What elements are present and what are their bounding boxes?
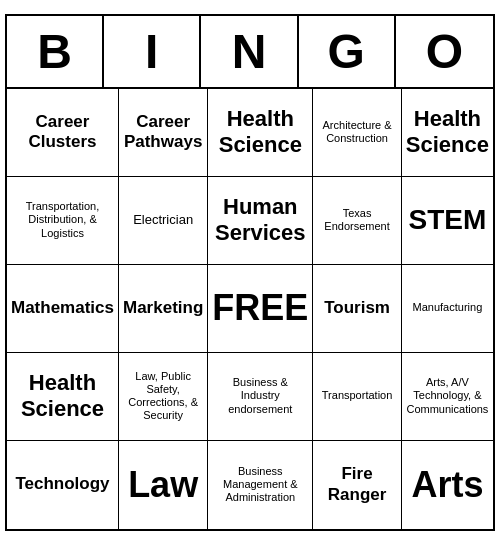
- bingo-cell-22[interactable]: Business Management & Administration: [208, 441, 313, 529]
- cell-text-0: Career Clusters: [11, 112, 114, 153]
- cell-text-7: Human Services: [212, 194, 308, 247]
- bingo-cell-19[interactable]: Arts, A/V Technology, & Communications: [402, 353, 493, 441]
- bingo-cell-9[interactable]: STEM: [402, 177, 493, 265]
- bingo-letter-b: B: [7, 16, 104, 87]
- cell-text-11: Marketing: [123, 298, 203, 318]
- bingo-cell-4[interactable]: Health Science: [402, 89, 493, 177]
- bingo-cell-23[interactable]: Fire Ranger: [313, 441, 402, 529]
- bingo-header: BINGO: [7, 16, 493, 89]
- bingo-cell-8[interactable]: Texas Endorsement: [313, 177, 402, 265]
- cell-text-16: Law, Public Safety, Corrections, & Secur…: [123, 370, 203, 423]
- cell-text-1: Career Pathways: [123, 112, 203, 153]
- bingo-cell-15[interactable]: Health Science: [7, 353, 119, 441]
- cell-text-23: Fire Ranger: [317, 464, 397, 505]
- bingo-cell-10[interactable]: Mathematics: [7, 265, 119, 353]
- bingo-cell-14[interactable]: Manufacturing: [402, 265, 493, 353]
- bingo-cell-20[interactable]: Technology: [7, 441, 119, 529]
- bingo-grid: Career ClustersCareer PathwaysHealth Sci…: [7, 89, 493, 529]
- cell-text-19: Arts, A/V Technology, & Communications: [406, 376, 489, 416]
- cell-text-22: Business Management & Administration: [212, 465, 308, 505]
- bingo-cell-24[interactable]: Arts: [402, 441, 493, 529]
- cell-text-5: Transportation, Distribution, & Logistic…: [11, 200, 114, 240]
- cell-text-18: Transportation: [322, 389, 393, 402]
- bingo-letter-i: I: [104, 16, 201, 87]
- bingo-letter-n: N: [201, 16, 298, 87]
- bingo-cell-12[interactable]: FREE: [208, 265, 313, 353]
- bingo-cell-11[interactable]: Marketing: [119, 265, 208, 353]
- bingo-cell-1[interactable]: Career Pathways: [119, 89, 208, 177]
- cell-text-14: Manufacturing: [413, 301, 483, 314]
- bingo-card: BINGO Career ClustersCareer PathwaysHeal…: [5, 14, 495, 531]
- bingo-cell-6[interactable]: Electrician: [119, 177, 208, 265]
- bingo-cell-0[interactable]: Career Clusters: [7, 89, 119, 177]
- cell-text-17: Business & Industry endorsement: [212, 376, 308, 416]
- cell-text-3: Architecture & Construction: [317, 119, 397, 145]
- cell-text-13: Tourism: [324, 298, 390, 318]
- bingo-cell-5[interactable]: Transportation, Distribution, & Logistic…: [7, 177, 119, 265]
- bingo-cell-16[interactable]: Law, Public Safety, Corrections, & Secur…: [119, 353, 208, 441]
- cell-text-8: Texas Endorsement: [317, 207, 397, 233]
- cell-text-20: Technology: [15, 474, 109, 494]
- cell-text-21: Law: [128, 463, 198, 506]
- cell-text-10: Mathematics: [11, 298, 114, 318]
- bingo-letter-g: G: [299, 16, 396, 87]
- bingo-letter-o: O: [396, 16, 493, 87]
- bingo-cell-2[interactable]: Health Science: [208, 89, 313, 177]
- cell-text-6: Electrician: [133, 212, 193, 228]
- bingo-cell-21[interactable]: Law: [119, 441, 208, 529]
- bingo-cell-3[interactable]: Architecture & Construction: [313, 89, 402, 177]
- cell-text-4: Health Science: [406, 106, 489, 159]
- bingo-cell-13[interactable]: Tourism: [313, 265, 402, 353]
- cell-text-24: Arts: [411, 463, 483, 506]
- bingo-cell-7[interactable]: Human Services: [208, 177, 313, 265]
- cell-text-15: Health Science: [11, 370, 114, 423]
- cell-text-2: Health Science: [212, 106, 308, 159]
- cell-text-9: STEM: [409, 203, 487, 237]
- bingo-cell-18[interactable]: Transportation: [313, 353, 402, 441]
- cell-text-12: FREE: [212, 286, 308, 329]
- bingo-cell-17[interactable]: Business & Industry endorsement: [208, 353, 313, 441]
